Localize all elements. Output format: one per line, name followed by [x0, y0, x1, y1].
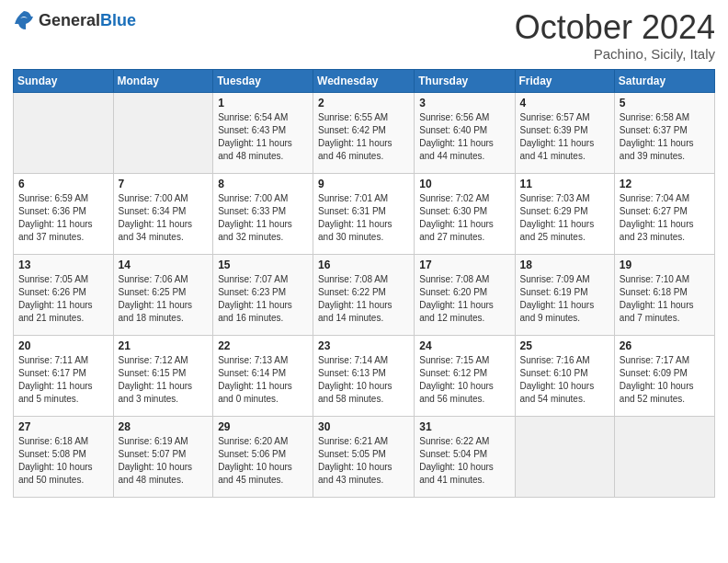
- cell-info: Sunrise: 7:06 AM Sunset: 6:25 PM Dayligh…: [119, 273, 209, 325]
- day-number: 3: [419, 97, 509, 109]
- cell-info: Sunrise: 7:07 AM Sunset: 6:23 PM Dayligh…: [218, 273, 308, 325]
- cell-info: Sunrise: 7:13 AM Sunset: 6:14 PM Dayligh…: [218, 354, 308, 406]
- cell-info: Sunrise: 6:55 AM Sunset: 6:42 PM Dayligh…: [318, 111, 409, 163]
- calendar-cell: 2Sunrise: 6:55 AM Sunset: 6:42 PM Daylig…: [313, 92, 415, 173]
- day-number: 18: [520, 259, 609, 271]
- day-number: 23: [318, 339, 409, 352]
- calendar-cell: 29Sunrise: 6:20 AM Sunset: 5:06 PM Dayli…: [213, 416, 313, 497]
- calendar-cell: 4Sunrise: 6:57 AM Sunset: 6:39 PM Daylig…: [515, 92, 614, 173]
- day-number: 30: [318, 420, 409, 433]
- calendar-cell: 30Sunrise: 6:21 AM Sunset: 5:05 PM Dayli…: [313, 416, 415, 497]
- weekday-wednesday: Wednesday: [313, 69, 415, 92]
- calendar-cell: 21Sunrise: 7:12 AM Sunset: 6:15 PM Dayli…: [113, 335, 213, 416]
- calendar-cell: 1Sunrise: 6:54 AM Sunset: 6:43 PM Daylig…: [213, 92, 313, 173]
- day-number: 7: [119, 178, 209, 190]
- calendar-cell: 9Sunrise: 7:01 AM Sunset: 6:31 PM Daylig…: [313, 173, 415, 254]
- calendar-cell: 12Sunrise: 7:04 AM Sunset: 6:27 PM Dayli…: [614, 173, 714, 254]
- calendar-cell: 18Sunrise: 7:09 AM Sunset: 6:19 PM Dayli…: [515, 254, 614, 335]
- cell-info: Sunrise: 7:12 AM Sunset: 6:15 PM Dayligh…: [119, 354, 209, 406]
- cell-info: Sunrise: 6:21 AM Sunset: 5:05 PM Dayligh…: [318, 435, 409, 487]
- weekday-sunday: Sunday: [14, 69, 114, 92]
- day-number: 21: [119, 339, 209, 352]
- calendar-cell: 23Sunrise: 7:14 AM Sunset: 6:13 PM Dayli…: [313, 335, 415, 416]
- cell-info: Sunrise: 6:54 AM Sunset: 6:43 PM Dayligh…: [218, 111, 308, 163]
- logo-text: GeneralBlue: [39, 12, 136, 29]
- day-number: 16: [318, 259, 409, 271]
- calendar-cell: 7Sunrise: 7:00 AM Sunset: 6:34 PM Daylig…: [113, 173, 213, 254]
- calendar-cell: 10Sunrise: 7:02 AM Sunset: 6:30 PM Dayli…: [415, 173, 515, 254]
- cell-info: Sunrise: 7:11 AM Sunset: 6:17 PM Dayligh…: [18, 354, 108, 406]
- calendar-cell: 16Sunrise: 7:08 AM Sunset: 6:22 PM Dayli…: [313, 254, 415, 335]
- day-number: 25: [520, 339, 609, 352]
- day-number: 9: [318, 178, 409, 190]
- cell-info: Sunrise: 7:17 AM Sunset: 6:09 PM Dayligh…: [620, 354, 710, 406]
- cell-info: Sunrise: 6:58 AM Sunset: 6:37 PM Dayligh…: [620, 111, 710, 163]
- day-number: 27: [18, 420, 108, 433]
- calendar-cell: 24Sunrise: 7:15 AM Sunset: 6:12 PM Dayli…: [415, 335, 515, 416]
- cell-info: Sunrise: 6:18 AM Sunset: 5:08 PM Dayligh…: [18, 435, 108, 487]
- day-number: 10: [419, 178, 509, 190]
- day-number: 13: [18, 259, 108, 271]
- title-block: October 2024 Pachino, Sicily, Italy: [515, 9, 715, 62]
- day-number: 2: [318, 97, 409, 109]
- month-title: October 2024: [515, 9, 715, 46]
- calendar-cell: [14, 92, 114, 173]
- calendar-cell: 11Sunrise: 7:03 AM Sunset: 6:29 PM Dayli…: [515, 173, 614, 254]
- day-number: 8: [218, 178, 308, 190]
- calendar-cell: 25Sunrise: 7:16 AM Sunset: 6:10 PM Dayli…: [515, 335, 614, 416]
- day-number: 15: [218, 259, 308, 271]
- cell-info: Sunrise: 7:14 AM Sunset: 6:13 PM Dayligh…: [318, 354, 409, 406]
- cell-info: Sunrise: 6:59 AM Sunset: 6:36 PM Dayligh…: [18, 192, 108, 244]
- calendar-cell: 3Sunrise: 6:56 AM Sunset: 6:40 PM Daylig…: [415, 92, 515, 173]
- day-number: 17: [419, 259, 509, 271]
- weekday-friday: Friday: [515, 69, 614, 92]
- cell-info: Sunrise: 7:03 AM Sunset: 6:29 PM Dayligh…: [520, 192, 609, 244]
- calendar-cell: 8Sunrise: 7:00 AM Sunset: 6:33 PM Daylig…: [213, 173, 313, 254]
- day-number: 1: [218, 97, 308, 109]
- calendar-table: SundayMondayTuesdayWednesdayThursdayFrid…: [13, 69, 715, 498]
- day-number: 5: [620, 97, 710, 109]
- cell-info: Sunrise: 7:16 AM Sunset: 6:10 PM Dayligh…: [520, 354, 609, 406]
- calendar-cell: 20Sunrise: 7:11 AM Sunset: 6:17 PM Dayli…: [14, 335, 114, 416]
- weekday-saturday: Saturday: [614, 69, 714, 92]
- calendar-cell: 15Sunrise: 7:07 AM Sunset: 6:23 PM Dayli…: [213, 254, 313, 335]
- day-number: 6: [18, 178, 108, 190]
- calendar-cell: 31Sunrise: 6:22 AM Sunset: 5:04 PM Dayli…: [415, 416, 515, 497]
- cell-info: Sunrise: 6:57 AM Sunset: 6:39 PM Dayligh…: [520, 111, 609, 163]
- week-row-3: 13Sunrise: 7:05 AM Sunset: 6:26 PM Dayli…: [14, 254, 715, 335]
- logo: GeneralBlue: [13, 9, 136, 31]
- calendar-cell: [515, 416, 614, 497]
- day-number: 20: [18, 339, 108, 352]
- day-number: 31: [419, 420, 509, 433]
- calendar-page: GeneralBlue October 2024 Pachino, Sicily…: [0, 0, 728, 563]
- calendar-cell: [113, 92, 213, 173]
- day-number: 19: [620, 259, 710, 271]
- cell-info: Sunrise: 7:09 AM Sunset: 6:19 PM Dayligh…: [520, 273, 609, 325]
- day-number: 28: [119, 420, 209, 433]
- cell-info: Sunrise: 6:56 AM Sunset: 6:40 PM Dayligh…: [419, 111, 509, 163]
- day-number: 11: [520, 178, 609, 190]
- cell-info: Sunrise: 7:10 AM Sunset: 6:18 PM Dayligh…: [620, 273, 710, 325]
- day-number: 12: [620, 178, 710, 190]
- cell-info: Sunrise: 7:01 AM Sunset: 6:31 PM Dayligh…: [318, 192, 409, 244]
- cell-info: Sunrise: 6:22 AM Sunset: 5:04 PM Dayligh…: [419, 435, 509, 487]
- week-row-1: 1Sunrise: 6:54 AM Sunset: 6:43 PM Daylig…: [14, 92, 715, 173]
- cell-info: Sunrise: 7:02 AM Sunset: 6:30 PM Dayligh…: [419, 192, 509, 244]
- calendar-cell: 28Sunrise: 6:19 AM Sunset: 5:07 PM Dayli…: [113, 416, 213, 497]
- calendar-cell: 13Sunrise: 7:05 AM Sunset: 6:26 PM Dayli…: [14, 254, 114, 335]
- cell-info: Sunrise: 6:19 AM Sunset: 5:07 PM Dayligh…: [119, 435, 209, 487]
- day-number: 26: [620, 339, 710, 352]
- calendar-cell: 26Sunrise: 7:17 AM Sunset: 6:09 PM Dayli…: [614, 335, 714, 416]
- cell-info: Sunrise: 7:00 AM Sunset: 6:33 PM Dayligh…: [218, 192, 308, 244]
- weekday-monday: Monday: [113, 69, 213, 92]
- calendar-cell: 6Sunrise: 6:59 AM Sunset: 6:36 PM Daylig…: [14, 173, 114, 254]
- day-number: 14: [119, 259, 209, 271]
- calendar-cell: 14Sunrise: 7:06 AM Sunset: 6:25 PM Dayli…: [113, 254, 213, 335]
- day-number: 22: [218, 339, 308, 352]
- weekday-tuesday: Tuesday: [213, 69, 313, 92]
- calendar-cell: 27Sunrise: 6:18 AM Sunset: 5:08 PM Dayli…: [14, 416, 114, 497]
- cell-info: Sunrise: 7:15 AM Sunset: 6:12 PM Dayligh…: [419, 354, 509, 406]
- day-number: 29: [218, 420, 308, 433]
- week-row-5: 27Sunrise: 6:18 AM Sunset: 5:08 PM Dayli…: [14, 416, 715, 497]
- week-row-4: 20Sunrise: 7:11 AM Sunset: 6:17 PM Dayli…: [14, 335, 715, 416]
